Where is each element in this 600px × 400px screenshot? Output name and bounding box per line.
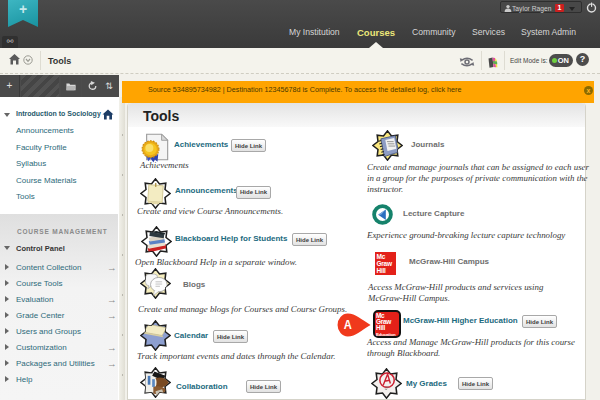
svg-text:A: A [344, 318, 352, 333]
